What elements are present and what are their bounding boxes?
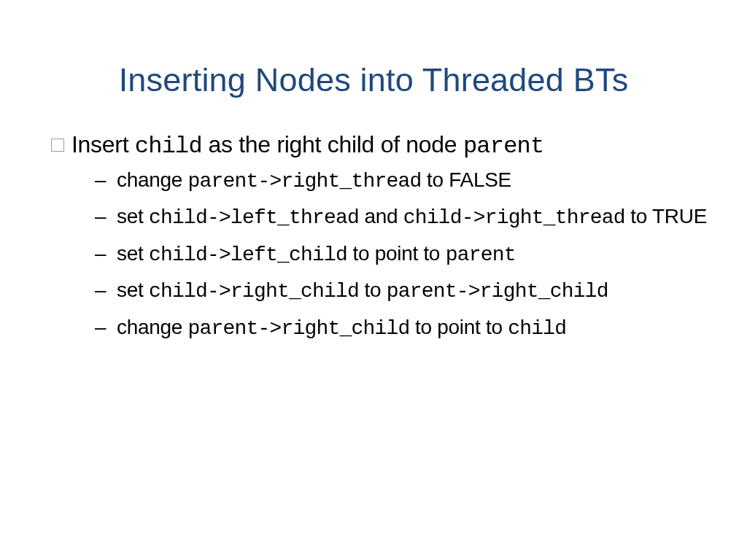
code-run: parent->right_child <box>387 280 608 303</box>
text-run: as the right child of node <box>202 131 463 158</box>
text-run: set <box>117 205 149 228</box>
text-run: to TRUE <box>625 205 707 228</box>
text-run: and <box>359 205 403 228</box>
dash-icon: – <box>95 205 108 228</box>
dash-icon: – <box>95 279 108 302</box>
sub-bullet: –change parent->right_child to point to … <box>95 314 747 342</box>
text-run: set <box>117 242 149 265</box>
slide: Inserting Nodes into Threaded BTs Insert… <box>0 61 747 560</box>
text-run: to point to <box>410 316 508 338</box>
text-run: to FALSE <box>422 168 511 191</box>
code-run: parent->right_child <box>188 317 410 340</box>
sub-bullet-list: –change parent->right_thread to FALSE–se… <box>95 167 747 342</box>
text-run: Insert <box>71 131 135 158</box>
text-run: set <box>117 279 149 301</box>
sub-bullet-text: set child->left_child to point to parent <box>117 241 516 268</box>
code-run: child <box>508 317 566 340</box>
sub-bullet: –set child->left_thread and child->right… <box>95 203 747 231</box>
code-run: child->left_thread <box>149 206 359 229</box>
code-run: child <box>135 133 202 160</box>
sub-bullet: –change parent->right_thread to FALSE <box>95 167 747 195</box>
sub-bullet: –set child->left_child to point to paren… <box>95 241 747 268</box>
code-run: child->right_thread <box>403 206 625 229</box>
text-run: to point to <box>347 242 446 265</box>
sub-bullet-text: change parent->right_child to point to c… <box>117 314 566 342</box>
bullet-level1-text: Insert child as the right child of node … <box>71 131 543 160</box>
slide-content: Insert child as the right child of node … <box>51 131 747 342</box>
code-run: child->left_child <box>149 244 347 266</box>
text-run: to <box>359 279 387 301</box>
text-run: change <box>117 316 188 338</box>
text-run: change <box>117 168 188 191</box>
code-run: parent <box>446 244 516 266</box>
code-run: child->right_child <box>149 280 359 303</box>
sub-bullet-text: change parent->right_thread to FALSE <box>117 167 511 195</box>
dash-icon: – <box>95 168 108 192</box>
code-run: parent->right_thread <box>188 170 422 192</box>
dash-icon: – <box>95 316 108 339</box>
sub-bullet: –set child->right_child to parent->right… <box>95 277 747 305</box>
bullet-box-icon <box>51 139 64 152</box>
sub-bullet-text: set child->left_thread and child->right_… <box>117 203 707 231</box>
code-run: parent <box>463 133 543 160</box>
sub-bullet-text: set child->right_child to parent->right_… <box>117 277 608 305</box>
slide-title: Inserting Nodes into Threaded BTs <box>0 61 747 99</box>
bullet-level1: Insert child as the right child of node … <box>51 131 747 160</box>
dash-icon: – <box>95 242 108 265</box>
